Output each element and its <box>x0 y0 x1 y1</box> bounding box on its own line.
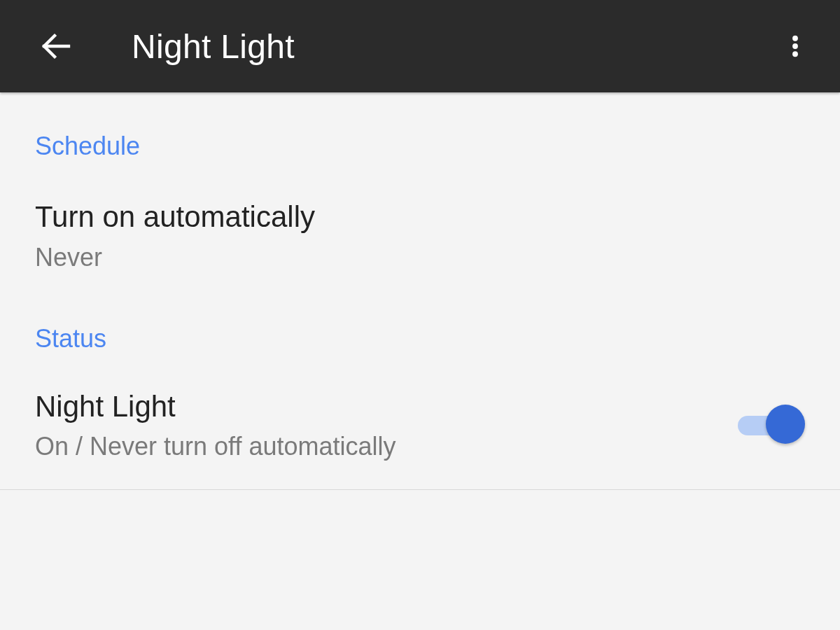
section-header-status: Status <box>0 303 840 363</box>
setting-title: Night Light <box>35 388 738 426</box>
night-light-switch[interactable] <box>738 400 805 449</box>
more-vert-icon <box>783 31 808 62</box>
setting-value: On / Never turn off automatically <box>35 432 738 461</box>
setting-turn-on-automatically[interactable]: Turn on automatically Never <box>0 171 840 303</box>
setting-title: Turn on automatically <box>35 199 805 236</box>
divider <box>0 489 840 490</box>
arrow-back-icon <box>39 29 73 63</box>
page-title: Night Light <box>132 27 295 66</box>
setting-text: Night Light On / Never turn off automati… <box>35 388 738 462</box>
app-bar: Night Light <box>0 0 840 92</box>
section-header-schedule: Schedule <box>0 92 840 171</box>
switch-thumb <box>766 405 805 444</box>
setting-value: Never <box>35 243 805 272</box>
overflow-menu-button[interactable] <box>776 27 815 66</box>
setting-night-light-toggle[interactable]: Night Light On / Never turn off automati… <box>0 363 840 486</box>
content: Schedule Turn on automatically Never Sta… <box>0 92 840 490</box>
svg-point-3 <box>792 51 798 57</box>
svg-point-1 <box>792 36 798 41</box>
back-button[interactable] <box>36 27 76 66</box>
svg-point-2 <box>792 43 798 49</box>
